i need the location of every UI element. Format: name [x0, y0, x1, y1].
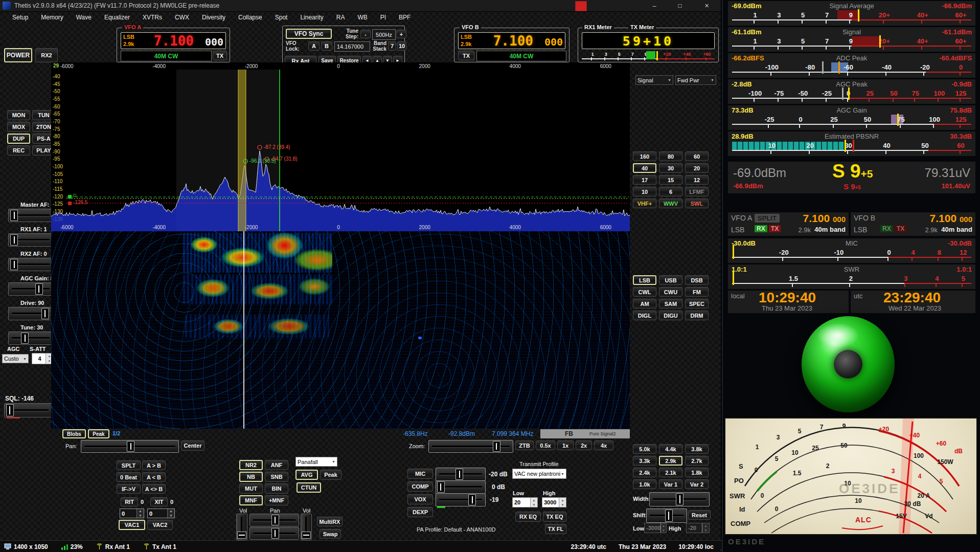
- filter-button-1.0k[interactable]: 1.0k: [633, 479, 656, 489]
- vfo-lock-a-button[interactable]: A: [308, 41, 320, 51]
- tune-step-value[interactable]: 500Hz: [372, 29, 396, 40]
- filter-button-4.4k[interactable]: 4.4k: [659, 444, 682, 454]
- band-button-12[interactable]: 12: [685, 175, 709, 185]
- swap-button[interactable]: Swap: [320, 529, 341, 539]
- menu-diversity[interactable]: Diversity: [202, 14, 225, 21]
- mode-button-usb[interactable]: USB: [659, 275, 682, 285]
- mode-button-drm[interactable]: DRM: [685, 311, 709, 320]
- menu-xvtrs[interactable]: XVTRs: [143, 14, 162, 21]
- band-button-60[interactable]: 60: [685, 151, 709, 161]
- vfo-sync-button[interactable]: VFO Sync: [286, 29, 332, 39]
- band-button-swl[interactable]: SWL: [685, 198, 709, 208]
- menu-wave[interactable]: Wave: [76, 14, 92, 21]
- sql-slider[interactable]: [4, 403, 52, 417]
- zoom-1x-button[interactable]: 1x: [557, 440, 574, 450]
- band-button-80[interactable]: 80: [659, 151, 682, 161]
- mode-button-digl[interactable]: DIGL: [633, 311, 656, 320]
- rx2-pan-slider[interactable]: [249, 527, 299, 540]
- rit-button[interactable]: RIT: [121, 497, 138, 506]
- vfob-tx-button[interactable]: TX: [458, 51, 474, 60]
- button-rec[interactable]: REC: [7, 145, 30, 156]
- filter-high-spinner[interactable]: -20▲▼: [686, 523, 710, 533]
- agc-mode-select[interactable]: Custo▼: [2, 354, 29, 363]
- filter-button-3.8k[interactable]: 3.8k: [685, 444, 709, 454]
- band-button-20[interactable]: 20: [685, 163, 709, 173]
- tx-eq-button[interactable]: TX EQ: [543, 512, 566, 522]
- plus-mnf-button[interactable]: +MNF: [265, 495, 288, 505]
- page-indicator[interactable]: 1/2: [112, 430, 120, 436]
- waterfall[interactable]: [51, 231, 630, 429]
- filter-button-2.1k[interactable]: 2.1k: [659, 468, 682, 477]
- mic-button[interactable]: MIC: [407, 469, 433, 479]
- rx2-vol-slider[interactable]: [301, 514, 312, 540]
- a-to-b-button[interactable]: A > B: [142, 460, 166, 470]
- filter-button-2.9k[interactable]: 2.9k: [659, 456, 682, 466]
- nb-button[interactable]: NB: [239, 472, 263, 482]
- multirx-button[interactable]: MultiRX: [317, 517, 343, 526]
- zero-beat-button[interactable]: 0 Beat: [117, 472, 141, 482]
- band-button-wwv[interactable]: WWV: [659, 198, 682, 208]
- shift-reset-button[interactable]: Reset: [688, 510, 711, 520]
- band-button-vhf+[interactable]: VHF+: [633, 198, 656, 208]
- blobs-button[interactable]: Blobs: [62, 429, 86, 438]
- filter-button-5.0k[interactable]: 5.0k: [633, 444, 656, 454]
- power-button[interactable]: POWER: [4, 48, 32, 62]
- vfob-display[interactable]: LSB 2.9k 7.100 000: [458, 32, 565, 49]
- pan-slider[interactable]: [81, 440, 179, 453]
- if-to-v-button[interactable]: IF->V: [117, 484, 141, 494]
- menu-pi[interactable]: PI: [380, 14, 386, 21]
- menu-wb[interactable]: WB: [357, 14, 367, 21]
- mode-button-fm[interactable]: FM: [685, 287, 709, 297]
- tx-ant-item[interactable]: Tx Ant 1: [143, 543, 176, 550]
- mode-button-lsb[interactable]: LSB: [633, 275, 656, 285]
- mic-slider[interactable]: [436, 468, 486, 481]
- vfoa-tx-button[interactable]: TX: [213, 51, 227, 60]
- tune-step-minus-button[interactable]: -: [360, 30, 371, 38]
- rx-ant-item[interactable]: Rx Ant 1: [96, 543, 130, 550]
- ztb-button[interactable]: ZTB: [515, 440, 534, 450]
- tx-low-spinner[interactable]: 20▲▼: [512, 497, 538, 507]
- menu-equalizer[interactable]: Equalizer: [104, 14, 130, 21]
- band-button-lfmf[interactable]: LFMF: [685, 187, 709, 196]
- filter-button-2.7k[interactable]: 2.7k: [685, 456, 709, 466]
- mode-button-digu[interactable]: DIGU: [659, 311, 682, 320]
- rx2-button[interactable]: RX2: [35, 48, 58, 62]
- xit-button[interactable]: XIT: [150, 497, 168, 506]
- mode-button-am[interactable]: AM: [633, 299, 656, 308]
- comp-button[interactable]: COMP: [407, 481, 433, 492]
- meter-tx-select[interactable]: Fwd Pwr▼: [675, 75, 716, 85]
- button-dup[interactable]: DUP: [7, 134, 30, 144]
- width-slider[interactable]: [649, 492, 710, 506]
- bin-button[interactable]: BIN: [265, 483, 288, 494]
- rx1-vol-slider[interactable]: [236, 514, 247, 540]
- close-button[interactable]: ×: [693, 0, 721, 11]
- vac1-button[interactable]: VAC1: [119, 520, 145, 530]
- rx-eq-button[interactable]: RX EQ: [515, 512, 541, 522]
- menu-collapse[interactable]: Collapse: [238, 14, 262, 21]
- filter-button-3.3k[interactable]: 3.3k: [633, 456, 656, 466]
- maximize-button[interactable]: □: [667, 0, 693, 11]
- band-button-17[interactable]: 17: [633, 175, 656, 185]
- band-stack-10-button[interactable]: 10: [397, 41, 406, 51]
- tune-step-plus-button[interactable]: +: [396, 30, 406, 38]
- filter-low-spinner[interactable]: -3000▲▼: [644, 523, 667, 533]
- transmit-profile-select[interactable]: VAC new plantroni▼: [512, 469, 566, 479]
- memory-freq[interactable]: 14.167000: [334, 41, 370, 52]
- band-button-160[interactable]: 160: [633, 151, 656, 161]
- display-mode-select[interactable]: Panafall▼: [295, 457, 337, 467]
- mnf-button[interactable]: MNF: [239, 495, 263, 505]
- avg-button[interactable]: AVG: [295, 470, 318, 480]
- satt-spinner[interactable]: 4▲▼: [32, 353, 53, 364]
- dexp-button[interactable]: DEXP: [407, 507, 433, 517]
- peak-button[interactable]: Peak: [320, 470, 341, 480]
- mut-button[interactable]: MUT: [239, 483, 263, 494]
- panadapter[interactable]: 29 -6000-4000-20000200040006000 -40-45-5…: [51, 62, 630, 429]
- a-swap-b-button[interactable]: A <> B: [142, 484, 166, 494]
- mode-button-sam[interactable]: SAM: [659, 299, 682, 308]
- shift-slider[interactable]: [646, 509, 687, 523]
- rx1-pan-slider[interactable]: [249, 514, 299, 526]
- menu-cwx[interactable]: CWX: [175, 14, 189, 21]
- button-mox[interactable]: MOX: [7, 122, 30, 132]
- vfoa-display[interactable]: LSB 2.9k 7.100 000: [121, 32, 226, 49]
- tx-fl-button[interactable]: TX FL: [545, 524, 566, 534]
